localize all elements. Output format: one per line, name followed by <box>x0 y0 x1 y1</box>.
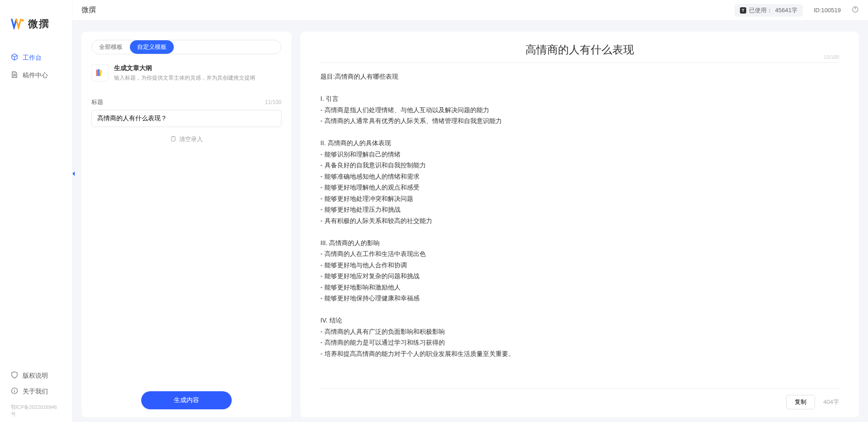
sidebar-item-label: 工作台 <box>23 54 42 62</box>
svg-rect-9 <box>172 137 175 141</box>
logo-text: 微撰 <box>28 17 50 31</box>
template-title: 生成文章大纲 <box>114 64 255 72</box>
books-icon <box>91 64 109 81</box>
svg-rect-8 <box>100 70 102 76</box>
power-icon[interactable] <box>852 6 859 14</box>
document-icon <box>11 71 18 80</box>
svg-rect-3 <box>14 390 14 393</box>
template-desc: 输入标题，为你提供文章主体的灵感，并为其创建推文提纲 <box>114 74 255 82</box>
svg-rect-6 <box>96 70 98 76</box>
copy-button[interactable]: 复制 <box>786 395 815 409</box>
logo[interactable]: 微撰 <box>0 8 72 49</box>
clear-icon <box>170 136 176 143</box>
usage-label: 已使用： <box>749 6 773 14</box>
tab-all-templates[interactable]: 全部模板 <box>92 40 130 54</box>
input-panel: 全部模板 自定义模板 生成文章大纲 输入标题，为你提供文章主体的灵感，并为其创建… <box>81 32 291 417</box>
collapse-handle[interactable] <box>70 167 76 180</box>
output-title-counter: 10/100 <box>824 54 839 60</box>
text-icon: T <box>740 7 746 14</box>
template-card: 生成文章大纲 输入标题，为你提供文章主体的灵感，并为其创建推文提纲 <box>91 64 281 82</box>
clear-label: 清空录入 <box>179 135 203 143</box>
shield-icon <box>11 371 18 380</box>
clear-input-button[interactable]: 清空录入 <box>91 135 281 143</box>
char-count: 404字 <box>823 398 839 406</box>
sidebar-item-label: 关于我们 <box>23 388 48 396</box>
output-panel: 高情商的人有什么表现 10/100 题目:高情商的人有哪些表现 I. 引言 - … <box>300 32 859 417</box>
user-id: ID:100519 <box>814 7 841 14</box>
sidebar-item-copyright[interactable]: 版权说明 <box>11 368 61 384</box>
title-input[interactable] <box>91 110 281 127</box>
sidebar: 微撰 工作台 稿件中心 <box>0 0 72 422</box>
sidebar-item-about[interactable]: 关于我们 <box>11 384 61 399</box>
icp-text: 鄂ICP备2022016946号 <box>0 404 72 422</box>
info-icon <box>11 387 18 396</box>
logo-icon <box>11 19 24 29</box>
usage-value: 45641字 <box>775 6 797 14</box>
page-title: 微撰 <box>81 5 96 15</box>
svg-point-0 <box>22 19 24 22</box>
template-tabs: 全部模板 自定义模板 <box>91 40 281 54</box>
topbar: 微撰 T 已使用： 45641字 ID:100519 <box>72 0 868 21</box>
sidebar-item-label: 稿件中心 <box>23 71 48 80</box>
usage-chip[interactable]: T 已使用： 45641字 <box>734 4 803 17</box>
title-label: 标题 <box>91 98 103 106</box>
svg-rect-7 <box>98 69 100 76</box>
svg-point-2 <box>14 389 15 390</box>
cube-icon <box>11 53 18 62</box>
output-body: 题目:高情商的人有哪些表现 I. 引言 - 高情商是指人们处理情绪、与他人互动以… <box>320 71 839 384</box>
sidebar-item-drafts[interactable]: 稿件中心 <box>0 66 72 84</box>
output-title: 高情商的人有什么表现 <box>525 43 634 57</box>
sidebar-item-workspace[interactable]: 工作台 <box>0 49 72 66</box>
generate-button[interactable]: 生成内容 <box>141 391 232 409</box>
tab-custom-templates[interactable]: 自定义模板 <box>130 40 174 54</box>
title-counter: 11/100 <box>265 99 281 105</box>
sidebar-item-label: 版权说明 <box>23 372 48 380</box>
